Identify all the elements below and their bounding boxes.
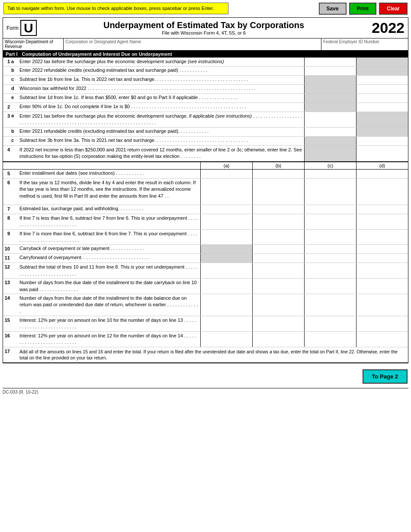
line-1a-input-cell[interactable]: [304, 58, 356, 66]
line-7b-input[interactable]: [253, 205, 304, 214]
line-num-3: 3: [3, 112, 11, 127]
line-14d-input[interactable]: [356, 294, 408, 316]
line-9d-input[interactable]: [356, 230, 408, 245]
line-4-input[interactable]: [356, 146, 408, 161]
line-12a-input[interactable]: [201, 263, 252, 278]
line-1a-shaded: [356, 58, 408, 66]
line-1e-input[interactable]: [356, 94, 408, 103]
line-5-desc: Enter installment due dates (see instruc…: [18, 170, 200, 178]
line-num-13: 13: [3, 279, 11, 294]
line-10c-input[interactable]: [305, 245, 356, 253]
line-16a-input[interactable]: [201, 332, 252, 347]
line-15b-input[interactable]: [253, 316, 304, 331]
line-num-15: 15: [3, 316, 11, 331]
corp-name-field: Corporation or Designated Agent Name: [64, 38, 321, 50]
line-12d-input[interactable]: [356, 263, 408, 278]
line-num-5: 5: [3, 170, 11, 178]
line-1c-input-cell: [356, 76, 408, 84]
line-3a-input[interactable]: [305, 112, 356, 127]
line-5d-input[interactable]: [356, 170, 408, 178]
line-9b-input[interactable]: [253, 230, 304, 245]
line-num-16: 16: [3, 332, 11, 347]
line-13b-input[interactable]: [253, 279, 304, 294]
top-buttons: Save Print Clear: [319, 3, 408, 15]
line-15c-input[interactable]: [305, 316, 356, 331]
line-6a-input[interactable]: [201, 179, 252, 205]
line-11b-input[interactable]: [253, 254, 304, 263]
line-16b-input[interactable]: [253, 332, 304, 347]
form-label: Form U: [6, 20, 37, 36]
line-1d-desc: Wisconsin tax withheld for 2022 . . . . …: [18, 85, 304, 93]
line-sub-3b: b: [11, 128, 18, 136]
line-sub-3a: a: [11, 112, 18, 127]
line-6b-input[interactable]: [253, 179, 304, 205]
line-sub-a: a: [11, 58, 18, 66]
line-1a-desc: Enter 2022 tax before the surcharge plus…: [18, 58, 304, 66]
line-num-2: 2: [3, 103, 11, 112]
line-15a-input[interactable]: [201, 316, 252, 331]
line-8a-input[interactable]: [201, 214, 252, 229]
line-1b-input-cell: [304, 67, 356, 75]
line-14b-input[interactable]: [253, 294, 304, 316]
line-9-desc: If line 7 is more than line 6, subtract …: [18, 230, 200, 245]
line-5c-input[interactable]: [305, 170, 356, 178]
line-num-1: 1: [3, 58, 11, 66]
line-13d-input[interactable]: [356, 279, 408, 294]
fed-id-input[interactable]: [323, 44, 406, 49]
line-10b-input[interactable]: [253, 245, 304, 253]
line-3b-input[interactable]: [305, 128, 356, 136]
line-16d-input[interactable]: [356, 332, 408, 347]
line-11d-input[interactable]: [356, 254, 408, 263]
line-1a-input[interactable]: [305, 58, 356, 66]
line-7c-input[interactable]: [305, 205, 356, 214]
col-d-header: (d): [356, 162, 408, 169]
clear-button[interactable]: Clear: [379, 3, 408, 15]
line-7d-input[interactable]: [356, 205, 408, 214]
line-3c-desc: Subtract line 3b from line 3a. This is 2…: [18, 137, 304, 145]
line-10d-input[interactable]: [356, 245, 408, 253]
line-6d-input[interactable]: [356, 179, 408, 205]
line-6c-input[interactable]: [305, 179, 356, 205]
line-1c-input[interactable]: [356, 76, 408, 84]
print-button[interactable]: Print: [349, 3, 376, 15]
line-12c-input[interactable]: [305, 263, 356, 278]
line-15-desc: Interest: 12% per year on amount on line…: [18, 316, 200, 331]
line-1d-input[interactable]: [356, 85, 408, 93]
line-3b-desc: Enter 2021 refundable credits (excluding…: [18, 128, 304, 136]
line-12b-input[interactable]: [253, 263, 304, 278]
line-8b-input[interactable]: [253, 214, 304, 229]
line-9c-input[interactable]: [305, 230, 356, 245]
line-sub-c1: c: [11, 76, 18, 84]
corp-name-input[interactable]: [65, 44, 319, 49]
line-7a-input[interactable]: [201, 205, 252, 214]
line-num-10: 10: [3, 245, 11, 253]
line-5a-input[interactable]: [201, 170, 252, 178]
line-3c-input[interactable]: [356, 137, 408, 145]
line-16c-input[interactable]: [305, 332, 356, 347]
line-14-desc: Number of days from the due date of the …: [18, 294, 200, 316]
line-2-input[interactable]: [356, 103, 408, 112]
to-page2-button[interactable]: To Page 2: [363, 369, 408, 384]
line-13c-input[interactable]: [305, 279, 356, 294]
line-15d-input[interactable]: [356, 316, 408, 331]
line-sub-e: e: [11, 94, 18, 103]
line-8d-input[interactable]: [356, 214, 408, 229]
line-num-14: 14: [3, 294, 11, 316]
line-8c-input[interactable]: [305, 214, 356, 229]
line-1e-desc: Subtract line 1d from line 1c. If less t…: [18, 94, 304, 103]
tooltip-bar: Tab to navigate within form. Use mouse t…: [3, 3, 228, 14]
line-14c-input[interactable]: [305, 294, 356, 316]
line-11c-input[interactable]: [305, 254, 356, 263]
form-subtitle: File with Wisconsin Form 4, 4T, 5S, or 6: [41, 30, 367, 35]
line-16-desc: Interest: 12% per year on amount on line…: [18, 332, 200, 347]
line-14a-input[interactable]: [201, 294, 252, 316]
line-9a-input[interactable]: [201, 230, 252, 245]
line-1b-input[interactable]: [305, 67, 356, 75]
line-5b-input[interactable]: [253, 170, 304, 178]
col-b-header: (b): [252, 162, 304, 169]
line-3a-input-cell: [304, 112, 356, 127]
line-13a-input[interactable]: [201, 279, 252, 294]
line-num-12: 12: [3, 263, 11, 278]
save-button[interactable]: Save: [319, 3, 347, 15]
line-sub-b: b: [11, 67, 18, 75]
